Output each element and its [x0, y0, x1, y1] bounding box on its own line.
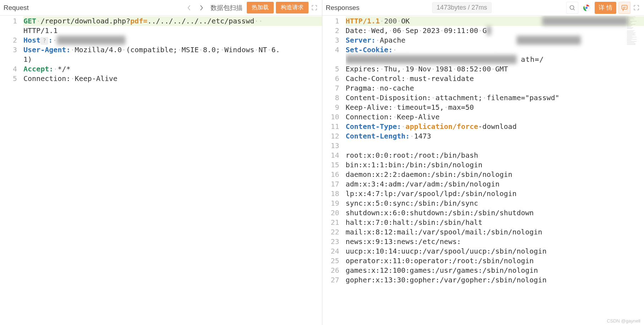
expand-icon[interactable] [633, 4, 640, 12]
svg-point-0 [570, 5, 574, 9]
chrome-icon[interactable] [580, 2, 593, 14]
expand-icon[interactable] [311, 4, 318, 12]
request-title: Request [4, 4, 29, 12]
request-code[interactable]: GET·/report/download.php?pdf=../../../..… [23, 16, 322, 325]
request-pane: Request 数据包扫描 热加载 构造请求 1 23 45 GET·/repo… [0, 0, 322, 325]
response-title: Responses [326, 4, 360, 12]
chat-icon[interactable] [618, 2, 631, 14]
scan-packet-link[interactable]: 数据包扫描 [208, 4, 245, 12]
response-pane: Responses 1473bytes / 27ms 详 情 1234 5678… [322, 0, 644, 325]
watermark: CSDN @gaynell [607, 318, 640, 324]
svg-point-3 [585, 6, 588, 9]
detail-button[interactable]: 详 情 [595, 2, 616, 14]
hot-reload-button[interactable]: 热加载 [247, 2, 274, 13]
response-stats: 1473bytes / 27ms [432, 2, 492, 13]
response-gutter: 1234 56789101112131415161718192021222324… [322, 16, 346, 325]
response-editor[interactable]: 1234 56789101112131415161718192021222324… [322, 16, 644, 325]
response-header: Responses 1473bytes / 27ms 详 情 [322, 0, 644, 16]
request-gutter: 1 23 45 [0, 16, 23, 325]
next-icon[interactable] [196, 3, 206, 13]
request-header: Request 数据包扫描 热加载 构造请求 [0, 0, 322, 16]
request-editor[interactable]: 1 23 45 GET·/report/download.php?pdf=../… [0, 16, 322, 325]
response-code[interactable]: HTTP/1.1·200·OK ████████████████████Date… [346, 16, 644, 325]
search-icon[interactable] [566, 2, 578, 14]
prev-icon[interactable] [184, 3, 194, 13]
build-request-button[interactable]: 构造请求 [276, 2, 309, 13]
